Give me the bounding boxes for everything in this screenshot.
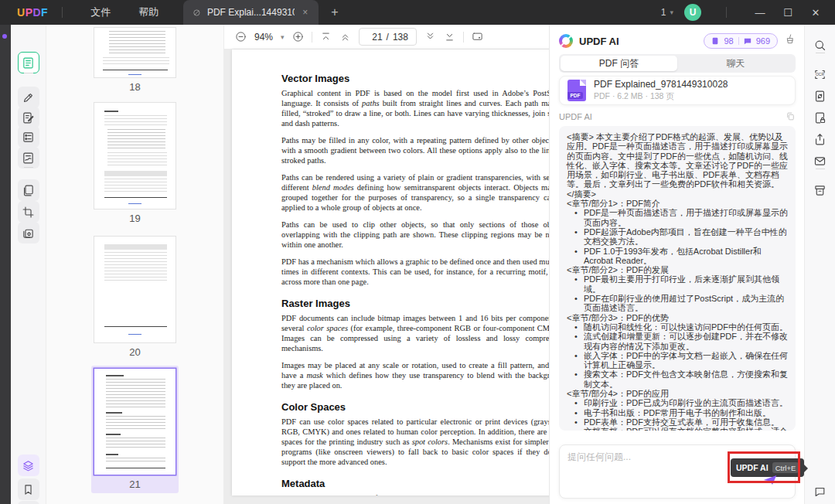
convert-tool[interactable] (809, 85, 831, 107)
tab-pdf-qa[interactable]: PDF 问答 (561, 56, 677, 71)
file-name: PDF Explained_9781449310028 (594, 79, 728, 90)
bookmark-icon (22, 483, 35, 496)
tab-chat[interactable]: 聊天 (677, 56, 794, 71)
ai-response-bullet: PDF起源于Adobe内部项目，旨在创建一种平台中性的文档交换方法。 (567, 227, 788, 247)
menu-item-文件[interactable]: 文件 (77, 6, 124, 18)
thumbnail-page-21[interactable]: 21 (91, 366, 179, 493)
document-tab[interactable]: PDF Explai...1449310028 × (183, 0, 319, 25)
thumbnail-content (106, 468, 166, 468)
bookmark-tool[interactable] (18, 478, 39, 500)
edit-icon (22, 111, 35, 124)
zoom-level: 94% (254, 32, 273, 43)
ai-response-line: <章节/部分3>：PDF的优势 (567, 313, 788, 322)
ai-question-input[interactable] (567, 451, 722, 462)
next-page-button[interactable] (424, 31, 436, 43)
pdf-paragraph: Images may be placed at any scale or rot… (281, 360, 566, 390)
layers-tool[interactable] (18, 455, 39, 476)
menu-bar: 文件帮助 (77, 0, 172, 25)
send-icon[interactable] (763, 475, 777, 489)
ai-usage-badge[interactable]: 98 969 (704, 33, 778, 49)
comment-tool[interactable] (18, 87, 39, 108)
minimize-button[interactable]: — (752, 7, 769, 19)
thumbnail-page-18[interactable]: 18 (94, 28, 176, 93)
thumbnail-content (128, 334, 141, 335)
email-icon (813, 155, 826, 168)
window-edge-strip (0, 25, 11, 504)
zoom-in-button[interactable] (292, 31, 304, 43)
close-button[interactable]: ✕ (807, 7, 824, 19)
presentation-mode-button[interactable] (472, 31, 483, 43)
thumbnail-image[interactable] (94, 103, 176, 209)
ai-response-bullet: 文档存档：PDF可以保存文档的完整内容和样式，适合文档存档。 (567, 427, 788, 431)
thumbnail-content (104, 197, 168, 198)
edit-tool[interactable] (18, 107, 39, 128)
crop-tool[interactable] (18, 201, 39, 223)
file-card[interactable]: PDF PDF Explained_9781449310028 PDF · 6.… (559, 76, 796, 105)
chat-credit-icon (744, 37, 752, 45)
thumbnail-content (106, 379, 166, 408)
pdf-paragraph: Paths may be filled in any color, with a… (281, 135, 566, 165)
window-count-dropdown[interactable]: 1▾ (661, 7, 673, 18)
stamp-icon (22, 226, 35, 240)
thumbnail-content (104, 179, 168, 194)
pdf-page: Vector ImagesGraphical content in PDF is… (232, 49, 572, 495)
share-tool[interactable] (809, 128, 831, 150)
pdf-section-heading: Vector Images (281, 73, 566, 84)
tab-close-icon[interactable]: × (301, 7, 309, 18)
thumbnail-image[interactable] (94, 28, 176, 77)
svg-text:OCR: OCR (816, 73, 824, 77)
comment-icon (22, 91, 35, 104)
thumbnail-image[interactable] (94, 237, 176, 342)
ai-response-bubble[interactable]: <摘要> 本文主要介绍了PDF格式的起源、发展、优势以及应用。PDF是一种页面描… (559, 126, 796, 431)
share-icon (813, 133, 826, 146)
thumbnail-content (104, 171, 168, 176)
new-tab-button[interactable]: + (331, 5, 338, 19)
maximize-button[interactable]: ☐ (779, 7, 796, 19)
previous-page-button[interactable] (339, 31, 351, 43)
ai-response-bullet: PDF在印刷行业的使用超过了PostScript，成为主流的页面描述语言。 (567, 294, 788, 313)
zoom-dropdown-icon[interactable]: ▾ (281, 33, 285, 41)
file-meta: PDF · 6.2 MB · 138 页 (594, 91, 728, 102)
thumbnail-page-19[interactable]: 19 (94, 103, 176, 224)
save-tool[interactable] (809, 179, 831, 201)
avatar[interactable]: U (684, 4, 701, 21)
thumbnail-image[interactable] (94, 369, 176, 475)
toolbar-divider (24, 167, 33, 168)
convert-icon (813, 90, 826, 103)
toolbar-divider (312, 32, 312, 43)
search-icon (813, 39, 826, 52)
pages-tool[interactable] (18, 179, 39, 201)
ai-tabs: PDF 问答 聊天 (559, 54, 796, 73)
sign-tool[interactable] (18, 147, 39, 169)
ai-response-line: <摘要> 本文主要介绍了PDF格式的起源、发展、优势以及应用。PDF是一种页面描… (567, 132, 788, 199)
ai-response-bullet: 搜索文本：PDF文件包含文本映射信息，方便搜索和复制文本。 (567, 369, 788, 389)
attachment-tool[interactable] (18, 501, 39, 504)
ocr-tool[interactable]: OCR (809, 63, 831, 85)
copy-icon[interactable] (786, 111, 796, 121)
sign-icon (22, 152, 35, 165)
ai-response-line: <章节/部分4>：PDF的应用 (567, 389, 788, 398)
first-page-button[interactable] (320, 31, 332, 43)
stamp-tool[interactable] (18, 222, 39, 243)
form-tool[interactable] (18, 126, 39, 148)
feedback-tool[interactable] (809, 481, 831, 502)
ai-response-bullet: 流式创建和增量更新：可以逐步创建PDF，并在不修改现有内容的情况下添加更改。 (567, 332, 788, 351)
zoom-out-button[interactable] (235, 31, 247, 43)
thumbnail-content (104, 252, 168, 283)
thumbnail-content (104, 244, 168, 250)
reader-icon (22, 56, 35, 70)
protect-tool[interactable] (809, 107, 831, 128)
ai-response-bullet: PDF表单：PDF支持交互式表单，可用于收集信息。 (567, 417, 788, 427)
thumbnail-content (106, 416, 166, 430)
feedback-icon (813, 485, 826, 499)
thumbnail-content (106, 458, 166, 464)
last-page-button[interactable] (444, 31, 455, 43)
clear-conversation-icon[interactable] (784, 33, 796, 49)
page-number-input[interactable] (367, 32, 383, 43)
reader-tool[interactable] (18, 52, 39, 73)
menu-item-帮助[interactable]: 帮助 (124, 6, 172, 18)
toolbar-divider (816, 53, 825, 53)
thumbnail-page-20[interactable]: 20 (94, 237, 176, 358)
pdf-viewer: 94% ▾ / 138 Vector ImagesGraphical conte… (224, 25, 549, 504)
ai-response-bullet: 嵌入字体：PDF中的字体与文档一起嵌入，确保在任何计算机上正确显示。 (567, 351, 788, 370)
